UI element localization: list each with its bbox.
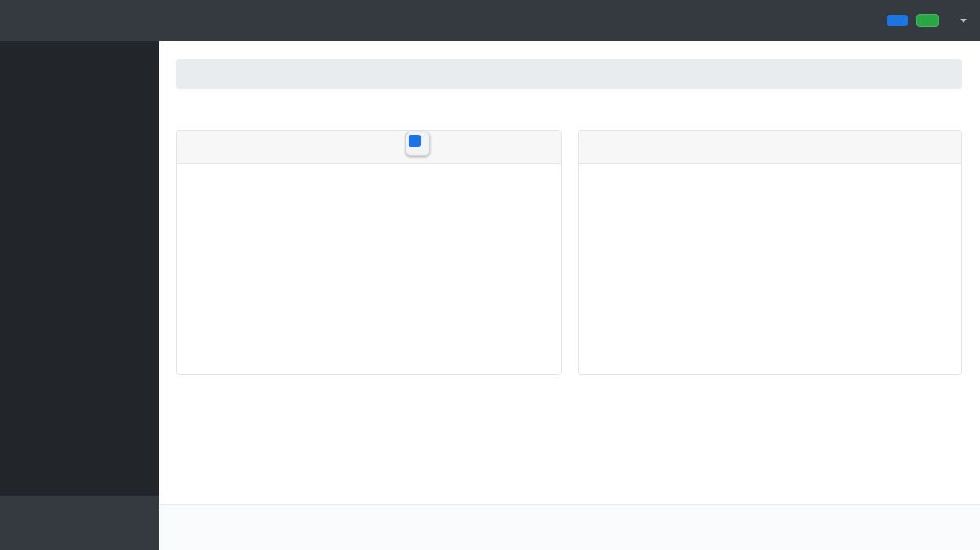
top-navbar (0, 0, 980, 41)
left-column (0, 41, 159, 550)
resumo-panel-header (579, 131, 961, 164)
panels-row (176, 130, 962, 375)
pedido-de-venda-button[interactable] (887, 15, 908, 26)
vendas-bar-chart (177, 164, 561, 194)
main-content (159, 41, 980, 550)
resumo-panel (578, 130, 962, 375)
caret-down-icon (960, 19, 967, 23)
resumo-pie-chart (579, 164, 961, 195)
page-footer (159, 504, 980, 550)
vender-pdv-button[interactable] (916, 14, 939, 27)
breadcrumb (176, 59, 962, 89)
sidebar (0, 41, 159, 496)
google-translate-icon[interactable] (405, 132, 430, 156)
vendas-panel-header (177, 131, 561, 164)
vendas-panel (176, 130, 562, 375)
sidebar-footer (0, 496, 159, 550)
user-menu[interactable] (955, 19, 967, 23)
